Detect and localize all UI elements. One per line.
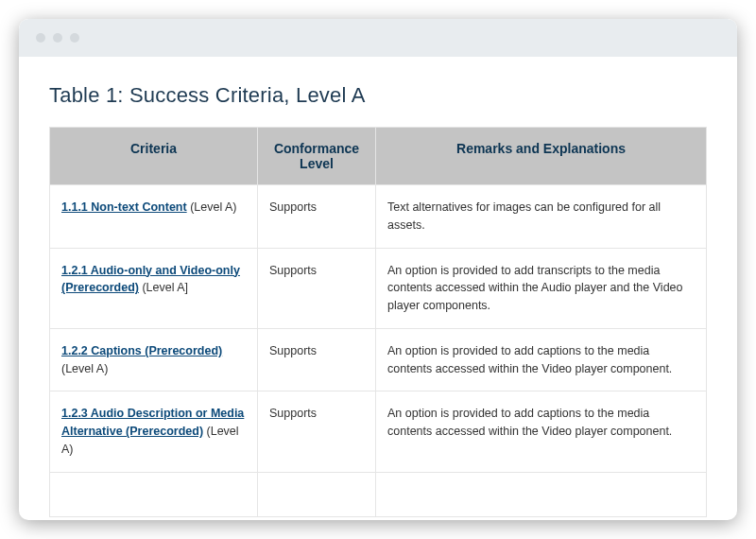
window-close-icon[interactable] (36, 33, 45, 43)
table-row (50, 472, 707, 517)
criteria-link[interactable]: 1.1.1 Non-text Content (61, 200, 187, 214)
table-row: 1.2.3 Audio Description or Media Alterna… (50, 391, 707, 472)
cell-criteria: 1.2.2 Captions (Prerecorded) (Level A) (50, 328, 258, 391)
traffic-lights (36, 33, 79, 43)
table-row: 1.2.1 Audio-only and Video-only (Prereco… (50, 248, 707, 328)
cell-conformance (258, 472, 376, 517)
criteria-level: (Level A) (61, 362, 108, 375)
criteria-link[interactable]: 1.2.2 Captions (Prerecorded) (61, 344, 222, 357)
col-header-remarks: Remarks and Explanations (376, 128, 707, 185)
cell-criteria: 1.2.3 Audio Description or Media Alterna… (50, 391, 258, 472)
table-row: 1.1.1 Non-text Content (Level A) Support… (50, 185, 707, 249)
col-header-conformance: Conformance Level (258, 128, 376, 185)
cell-criteria: 1.1.1 Non-text Content (Level A) (50, 185, 258, 249)
cell-remarks: An option is provided to add transcripts… (376, 248, 707, 328)
cell-remarks: Text alternatives for images can be conf… (376, 185, 707, 249)
table-header-row: Criteria Conformance Level Remarks and E… (50, 128, 707, 185)
col-header-criteria: Criteria (50, 128, 258, 185)
cell-conformance: Supports (258, 185, 376, 249)
criteria-level: (Level A) (187, 200, 237, 214)
cell-remarks (376, 472, 707, 517)
page-title: Table 1: Success Criteria, Level A (49, 83, 707, 108)
document-content: Table 1: Success Criteria, Level A Crite… (19, 57, 737, 520)
table-row: 1.2.2 Captions (Prerecorded) (Level A) S… (50, 328, 707, 391)
cell-remarks: An option is provided to add captions to… (376, 328, 707, 391)
cell-remarks: An option is provided to add captions to… (376, 391, 707, 472)
window-minimize-icon[interactable] (53, 33, 62, 43)
window-zoom-icon[interactable] (70, 33, 79, 43)
cell-criteria (50, 472, 258, 517)
browser-titlebar (19, 19, 737, 57)
cell-conformance: Supports (258, 391, 376, 472)
cell-conformance: Supports (258, 248, 376, 328)
success-criteria-table: Criteria Conformance Level Remarks and E… (49, 127, 707, 517)
cell-criteria: 1.2.1 Audio-only and Video-only (Prereco… (50, 248, 258, 328)
cell-conformance: Supports (258, 328, 376, 391)
criteria-level: (Level A] (139, 281, 188, 294)
browser-window: Table 1: Success Criteria, Level A Crite… (19, 19, 737, 520)
